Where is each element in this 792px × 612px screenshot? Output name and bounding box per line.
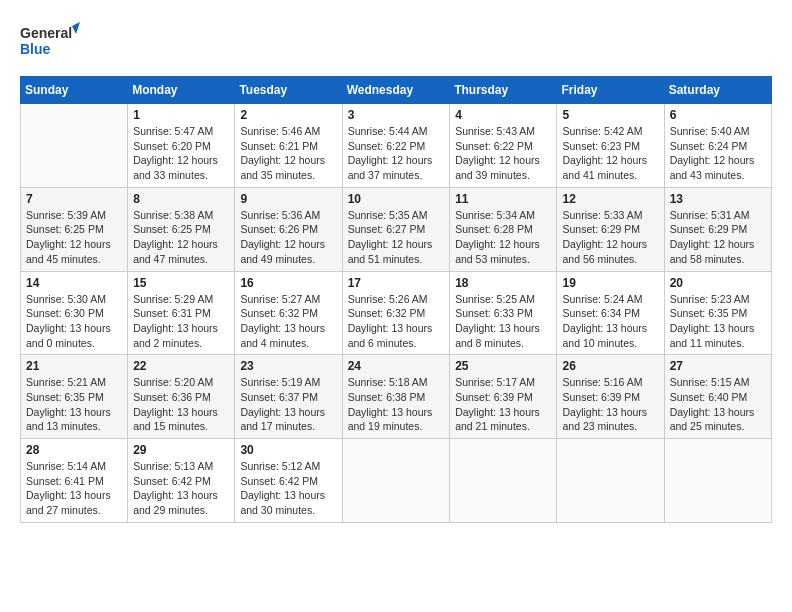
calendar-cell: 19Sunrise: 5:24 AM Sunset: 6:34 PM Dayli… [557,271,664,355]
calendar-cell: 14Sunrise: 5:30 AM Sunset: 6:30 PM Dayli… [21,271,128,355]
weekday-header: Thursday [450,77,557,104]
calendar-cell: 27Sunrise: 5:15 AM Sunset: 6:40 PM Dayli… [664,355,771,439]
logo-svg: General Blue [20,20,80,60]
calendar-cell: 2Sunrise: 5:46 AM Sunset: 6:21 PM Daylig… [235,104,342,188]
calendar-cell [664,439,771,523]
day-info: Sunrise: 5:13 AM Sunset: 6:42 PM Dayligh… [133,459,229,518]
calendar-week-row: 28Sunrise: 5:14 AM Sunset: 6:41 PM Dayli… [21,439,772,523]
day-number: 16 [240,276,336,290]
day-number: 23 [240,359,336,373]
day-number: 11 [455,192,551,206]
day-number: 2 [240,108,336,122]
calendar-cell: 30Sunrise: 5:12 AM Sunset: 6:42 PM Dayli… [235,439,342,523]
weekday-header: Saturday [664,77,771,104]
calendar-cell: 5Sunrise: 5:42 AM Sunset: 6:23 PM Daylig… [557,104,664,188]
day-info: Sunrise: 5:47 AM Sunset: 6:20 PM Dayligh… [133,124,229,183]
calendar-header-row: SundayMondayTuesdayWednesdayThursdayFrid… [21,77,772,104]
day-number: 10 [348,192,445,206]
calendar-cell: 18Sunrise: 5:25 AM Sunset: 6:33 PM Dayli… [450,271,557,355]
day-info: Sunrise: 5:34 AM Sunset: 6:28 PM Dayligh… [455,208,551,267]
day-number: 22 [133,359,229,373]
svg-marker-2 [72,22,80,34]
day-info: Sunrise: 5:23 AM Sunset: 6:35 PM Dayligh… [670,292,766,351]
day-number: 3 [348,108,445,122]
calendar-cell: 23Sunrise: 5:19 AM Sunset: 6:37 PM Dayli… [235,355,342,439]
day-info: Sunrise: 5:18 AM Sunset: 6:38 PM Dayligh… [348,375,445,434]
calendar-cell: 25Sunrise: 5:17 AM Sunset: 6:39 PM Dayli… [450,355,557,439]
calendar-cell [450,439,557,523]
calendar-cell: 24Sunrise: 5:18 AM Sunset: 6:38 PM Dayli… [342,355,450,439]
calendar-cell: 10Sunrise: 5:35 AM Sunset: 6:27 PM Dayli… [342,187,450,271]
day-number: 9 [240,192,336,206]
calendar-week-row: 1Sunrise: 5:47 AM Sunset: 6:20 PM Daylig… [21,104,772,188]
day-info: Sunrise: 5:33 AM Sunset: 6:29 PM Dayligh… [562,208,658,267]
calendar-cell: 28Sunrise: 5:14 AM Sunset: 6:41 PM Dayli… [21,439,128,523]
day-number: 5 [562,108,658,122]
day-number: 24 [348,359,445,373]
day-info: Sunrise: 5:15 AM Sunset: 6:40 PM Dayligh… [670,375,766,434]
day-number: 4 [455,108,551,122]
day-info: Sunrise: 5:19 AM Sunset: 6:37 PM Dayligh… [240,375,336,434]
day-info: Sunrise: 5:42 AM Sunset: 6:23 PM Dayligh… [562,124,658,183]
calendar-cell: 16Sunrise: 5:27 AM Sunset: 6:32 PM Dayli… [235,271,342,355]
calendar-cell: 1Sunrise: 5:47 AM Sunset: 6:20 PM Daylig… [128,104,235,188]
calendar-cell: 8Sunrise: 5:38 AM Sunset: 6:25 PM Daylig… [128,187,235,271]
day-info: Sunrise: 5:25 AM Sunset: 6:33 PM Dayligh… [455,292,551,351]
day-number: 6 [670,108,766,122]
day-number: 26 [562,359,658,373]
day-info: Sunrise: 5:44 AM Sunset: 6:22 PM Dayligh… [348,124,445,183]
day-number: 15 [133,276,229,290]
day-info: Sunrise: 5:39 AM Sunset: 6:25 PM Dayligh… [26,208,122,267]
weekday-header: Friday [557,77,664,104]
day-info: Sunrise: 5:17 AM Sunset: 6:39 PM Dayligh… [455,375,551,434]
calendar-cell: 7Sunrise: 5:39 AM Sunset: 6:25 PM Daylig… [21,187,128,271]
day-info: Sunrise: 5:16 AM Sunset: 6:39 PM Dayligh… [562,375,658,434]
calendar-cell: 26Sunrise: 5:16 AM Sunset: 6:39 PM Dayli… [557,355,664,439]
day-info: Sunrise: 5:20 AM Sunset: 6:36 PM Dayligh… [133,375,229,434]
day-number: 17 [348,276,445,290]
day-info: Sunrise: 5:26 AM Sunset: 6:32 PM Dayligh… [348,292,445,351]
day-number: 21 [26,359,122,373]
day-info: Sunrise: 5:27 AM Sunset: 6:32 PM Dayligh… [240,292,336,351]
weekday-header: Wednesday [342,77,450,104]
calendar-week-row: 7Sunrise: 5:39 AM Sunset: 6:25 PM Daylig… [21,187,772,271]
day-number: 7 [26,192,122,206]
calendar-cell: 11Sunrise: 5:34 AM Sunset: 6:28 PM Dayli… [450,187,557,271]
day-info: Sunrise: 5:31 AM Sunset: 6:29 PM Dayligh… [670,208,766,267]
logo: General Blue [20,20,80,60]
day-number: 25 [455,359,551,373]
calendar-cell: 4Sunrise: 5:43 AM Sunset: 6:22 PM Daylig… [450,104,557,188]
svg-text:Blue: Blue [20,41,51,57]
day-number: 12 [562,192,658,206]
day-info: Sunrise: 5:46 AM Sunset: 6:21 PM Dayligh… [240,124,336,183]
day-number: 18 [455,276,551,290]
calendar-week-row: 14Sunrise: 5:30 AM Sunset: 6:30 PM Dayli… [21,271,772,355]
calendar-cell: 13Sunrise: 5:31 AM Sunset: 6:29 PM Dayli… [664,187,771,271]
weekday-header: Tuesday [235,77,342,104]
calendar-cell: 20Sunrise: 5:23 AM Sunset: 6:35 PM Dayli… [664,271,771,355]
calendar-table: SundayMondayTuesdayWednesdayThursdayFrid… [20,76,772,523]
day-info: Sunrise: 5:38 AM Sunset: 6:25 PM Dayligh… [133,208,229,267]
day-number: 20 [670,276,766,290]
calendar-cell: 9Sunrise: 5:36 AM Sunset: 6:26 PM Daylig… [235,187,342,271]
weekday-header: Monday [128,77,235,104]
day-number: 28 [26,443,122,457]
day-info: Sunrise: 5:36 AM Sunset: 6:26 PM Dayligh… [240,208,336,267]
day-info: Sunrise: 5:30 AM Sunset: 6:30 PM Dayligh… [26,292,122,351]
calendar-cell [21,104,128,188]
day-info: Sunrise: 5:29 AM Sunset: 6:31 PM Dayligh… [133,292,229,351]
day-number: 29 [133,443,229,457]
day-number: 30 [240,443,336,457]
day-info: Sunrise: 5:43 AM Sunset: 6:22 PM Dayligh… [455,124,551,183]
calendar-cell [557,439,664,523]
day-number: 14 [26,276,122,290]
weekday-header: Sunday [21,77,128,104]
page-header: General Blue [20,20,772,60]
calendar-cell: 6Sunrise: 5:40 AM Sunset: 6:24 PM Daylig… [664,104,771,188]
calendar-cell: 12Sunrise: 5:33 AM Sunset: 6:29 PM Dayli… [557,187,664,271]
calendar-cell: 15Sunrise: 5:29 AM Sunset: 6:31 PM Dayli… [128,271,235,355]
day-number: 27 [670,359,766,373]
day-number: 1 [133,108,229,122]
day-number: 13 [670,192,766,206]
day-info: Sunrise: 5:24 AM Sunset: 6:34 PM Dayligh… [562,292,658,351]
